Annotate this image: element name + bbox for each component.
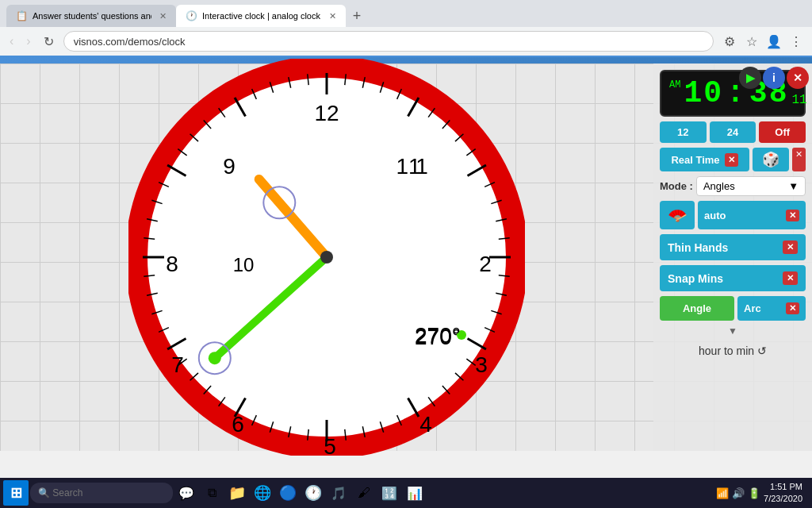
taskbar-media[interactable]: 🎵: [327, 481, 350, 505]
svg-text:5: 5: [324, 434, 336, 456]
new-tab-button[interactable]: +: [346, 5, 368, 27]
svg-point-79: [209, 352, 221, 364]
mode-label: Mode :: [660, 180, 693, 192]
tab-2-title: Interactive clock | analog clock |: [202, 11, 321, 21]
mode-value: Angles: [703, 180, 735, 192]
taskbar-calc[interactable]: 🔢: [377, 481, 401, 505]
info-icon[interactable]: i: [763, 67, 785, 89]
fan-auto-row: 🪭 auto ✕: [660, 201, 806, 229]
svg-text:10: 10: [233, 254, 255, 275]
toolbar-icons: ⚙ ☆ 👤 ⋮: [720, 32, 806, 51]
svg-text:6: 6: [232, 412, 244, 437]
taskbar: ⊞ 💬 ⧉ 📁 🌐 🔵 🕐 🎵 🖌 🔢 📊 📶 🔊 🔋 1:51 PM 7/23…: [0, 478, 812, 508]
snap-mins-x: ✕: [783, 271, 798, 285]
ampm-display: AM: [669, 79, 680, 90]
address-bar: ‹ › ↻ ⚙ ☆ 👤 ⋮: [0, 27, 812, 57]
snap-mins-button[interactable]: Snap Mins ✕: [660, 265, 806, 291]
close-icon[interactable]: ✕: [787, 67, 809, 89]
taskbar-task-view[interactable]: ⧉: [200, 481, 224, 505]
profile-icon[interactable]: 👤: [764, 32, 783, 51]
svg-text:8: 8: [166, 252, 178, 276]
menu-icon[interactable]: ⋮: [787, 32, 806, 51]
hour-to-min-button[interactable]: hour to min ↺: [660, 341, 806, 360]
angle-arc-row: Angle Arc ✕: [660, 296, 806, 321]
tab-1[interactable]: 📋 Answer students' questions and ... ✕: [6, 5, 176, 27]
fan-button[interactable]: 🪭: [660, 201, 695, 229]
snap-mins-label: Snap Mins: [668, 272, 723, 285]
forward-button[interactable]: ›: [23, 31, 33, 52]
taskbar-right: 📶 🔊 🔋 1:51 PM 7/23/2020: [716, 481, 809, 506]
svg-text:270°: 270°: [415, 323, 461, 348]
extensions-icon[interactable]: ⚙: [720, 32, 739, 51]
right-panel: ▶ i ✕ AM 10 : 38 11 12 24 Off Real Time …: [653, 64, 812, 451]
taskbar-files[interactable]: 📁: [225, 481, 249, 505]
sound-icon[interactable]: 🔊: [732, 487, 745, 499]
taskbar-datetime[interactable]: 1:51 PM 7/23/2020: [764, 481, 802, 506]
svg-point-81: [320, 251, 333, 264]
windows-icon: ⊞: [10, 484, 22, 502]
svg-text:7: 7: [171, 352, 184, 377]
taskbar-excel[interactable]: 📊: [403, 481, 427, 505]
tab-2-close[interactable]: ✕: [329, 11, 336, 21]
svg-text:12: 12: [314, 101, 339, 125]
svg-text:4: 4: [419, 412, 432, 437]
thin-hands-button[interactable]: Thin Hands ✕: [660, 234, 806, 260]
taskbar-clock-app[interactable]: 🕐: [301, 481, 325, 505]
format-24-button[interactable]: 24: [710, 121, 756, 143]
clock-container: 12 1 2 3 4 5 6 7 8 9 10 11 270°: [128, 59, 525, 456]
taskbar-time-display: 1:51 PM: [764, 481, 802, 493]
sys-icons: 📶 🔊 🔋: [716, 487, 760, 499]
analog-clock[interactable]: 12 1 2 3 4 5 6 7 8 9 10 11 270°: [128, 59, 525, 456]
auto-label: auto: [704, 210, 726, 221]
tab-bar: 📋 Answer students' questions and ... ✕ 🕐…: [0, 0, 812, 27]
realtime-label: Real Time: [671, 154, 719, 166]
svg-text:9: 9: [223, 154, 236, 179]
format-buttons: 12 24 Off: [660, 121, 806, 143]
tab-1-favicon: 📋: [16, 10, 28, 21]
taskbar-search[interactable]: [30, 483, 173, 503]
back-button[interactable]: ‹: [6, 31, 17, 52]
address-input[interactable]: [63, 31, 714, 52]
taskbar-date-display: 7/23/2020: [764, 493, 802, 505]
arc-button[interactable]: Arc ✕: [737, 296, 806, 321]
bookmark-icon[interactable]: ☆: [742, 32, 761, 51]
battery-icon[interactable]: 🔋: [748, 487, 760, 499]
tab-2-favicon: 🕐: [186, 10, 197, 21]
tab-1-title: Answer students' questions and ...: [33, 11, 151, 21]
realtime-x: ✕: [725, 153, 738, 167]
taskbar-edge[interactable]: 🌐: [251, 481, 274, 505]
mode-dropdown[interactable]: Angles ▼: [696, 176, 806, 196]
angle-button[interactable]: Angle: [660, 296, 734, 321]
thin-hands-x: ✕: [783, 241, 798, 254]
realtime-button[interactable]: Real Time ✕: [660, 148, 749, 171]
dice-button[interactable]: 🎲: [753, 148, 789, 171]
refresh-button[interactable]: ↻: [40, 31, 57, 52]
mode-row: Mode : Angles ▼: [660, 176, 806, 196]
svg-text:3: 3: [475, 352, 488, 377]
fan-icon: 🪭: [668, 206, 688, 225]
tab-1-close[interactable]: ✕: [159, 11, 167, 21]
auto-button[interactable]: auto ✕: [698, 201, 806, 229]
tab-2[interactable]: 🕐 Interactive clock | analog clock | ✕: [176, 5, 346, 27]
arc-label: Arc: [744, 302, 761, 314]
main-content: 12 1 2 3 4 5 6 7 8 9 10 11 270°: [0, 64, 812, 451]
dropdown-arrow: ▼: [788, 180, 799, 192]
overlay-icons: ▶ i ✕: [736, 64, 812, 92]
format-off-button[interactable]: Off: [759, 121, 806, 143]
svg-text:2: 2: [479, 252, 492, 276]
realtime-row: Real Time ✕ 🎲 ✕: [660, 148, 806, 171]
format-12-button[interactable]: 12: [660, 121, 707, 143]
taskbar-cortana[interactable]: 💬: [174, 481, 198, 505]
auto-x: ✕: [786, 210, 799, 221]
scroll-down-arrow[interactable]: ▼: [660, 325, 806, 337]
thin-hands-label: Thin Hands: [668, 241, 728, 254]
play-icon[interactable]: ▶: [739, 67, 761, 89]
digital-seconds: 11: [791, 93, 806, 107]
taskbar-chrome[interactable]: 🔵: [276, 481, 300, 505]
svg-text:11: 11: [396, 154, 420, 179]
dice-x[interactable]: ✕: [792, 148, 806, 171]
taskbar-paint[interactable]: 🖌: [352, 481, 376, 505]
start-button[interactable]: ⊞: [3, 480, 29, 506]
network-icon[interactable]: 📶: [716, 487, 729, 499]
digital-hours: 10: [684, 76, 723, 110]
